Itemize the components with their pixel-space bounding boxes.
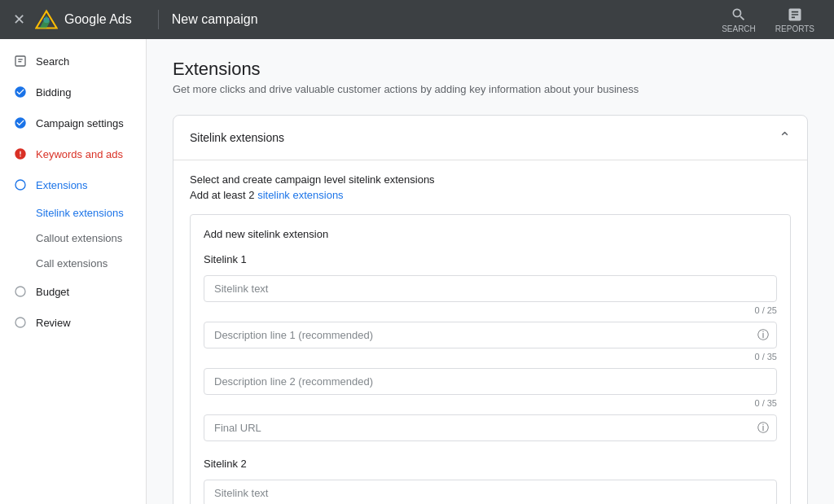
sidebar-item-review[interactable]: Review (0, 307, 146, 338)
bidding-check-icon (13, 85, 28, 99)
sitelink-extensions-link[interactable]: sitelink extensions (257, 189, 344, 201)
sidebar-label-budget: Budget (36, 286, 69, 298)
sitelink-card-title: Sitelink extensions (190, 131, 284, 144)
sidebar-label-keywords: Keywords and ads (36, 148, 123, 160)
reports-nav-button[interactable]: REPORTS (769, 3, 821, 37)
campaign-title: New campaign (172, 12, 258, 27)
sitelink-2-label: Sitelink 2 (204, 458, 777, 470)
sidebar-item-extensions[interactable]: Extensions (0, 169, 146, 200)
page-subtitle: Get more clicks and drive valuable custo… (173, 83, 808, 95)
sidebar-item-campaign-settings[interactable]: Campaign settings (0, 107, 146, 138)
sitelink1-desc2-count: 0 / 35 (204, 398, 777, 408)
sitelink1-desc2-field (204, 368, 777, 395)
sitelink1-url-input[interactable] (204, 414, 777, 441)
sitelink-2-section: Sitelink 2 0 / 25 ⓘ 0 / 35 (204, 458, 777, 504)
sidebar-item-bidding[interactable]: Bidding (0, 77, 146, 107)
sidebar-label-review: Review (36, 317, 71, 329)
sitelink-card: Sitelink extensions ⌃ Select and create … (173, 115, 808, 504)
instruction-2: Add at least 2 sitelink extensions (190, 189, 791, 201)
collapse-button[interactable]: ⌃ (779, 129, 791, 147)
sitelink-card-body: Select and create campaign level sitelin… (173, 160, 807, 504)
sitelink1-text-input[interactable] (204, 275, 777, 302)
extension-box: Add new sitelink extension Sitelink 1 0 … (190, 214, 791, 504)
sitelink1-desc1-count: 0 / 35 (204, 352, 777, 362)
top-navigation: ✕ Google Ads New campaign SEARCH REPORTS (0, 0, 834, 39)
callout-extensions-label: Callout extensions (36, 232, 122, 244)
sitelink1-url-field: ⓘ (204, 414, 777, 441)
sidebar-sub-callout[interactable]: Callout extensions (36, 226, 146, 251)
content-area: Extensions Get more clicks and drive val… (147, 39, 834, 504)
sitelink1-desc2-input[interactable] (204, 368, 777, 395)
close-button[interactable]: ✕ (13, 11, 25, 28)
sidebar: Search Bidding Campaign settings Keyword… (0, 39, 147, 504)
sitelink2-text-field (204, 480, 777, 504)
budget-circle-icon (13, 284, 28, 299)
instruction-1: Select and create campaign level sitelin… (190, 173, 791, 186)
nav-divider (158, 10, 159, 29)
sidebar-sub-call[interactable]: Call extensions (36, 251, 146, 276)
google-ads-icon (35, 8, 58, 31)
sitelink-card-header: Sitelink extensions ⌃ (173, 116, 807, 160)
sitelink1-desc1-field: ⓘ (204, 322, 777, 348)
main-layout: Search Bidding Campaign settings Keyword… (0, 39, 834, 504)
sidebar-label-search: Search (36, 55, 69, 68)
campaign-settings-check-icon (13, 116, 28, 130)
url-info-icon[interactable]: ⓘ (757, 421, 769, 436)
sitelink-1-section: Sitelink 1 0 / 25 ⓘ 0 / 35 (204, 253, 777, 441)
desc1-info-icon[interactable]: ⓘ (757, 328, 769, 343)
sidebar-item-budget[interactable]: Budget (0, 276, 146, 307)
app-logo: Google Ads (35, 8, 132, 31)
nav-icons: SEARCH REPORTS (715, 3, 821, 37)
review-circle-icon (13, 315, 28, 330)
sitelink1-text-field (204, 275, 777, 302)
search-nav-button[interactable]: SEARCH (715, 3, 762, 37)
svg-marker-2 (40, 15, 50, 28)
svg-point-6 (15, 180, 25, 190)
sitelink-1-label: Sitelink 1 (204, 253, 777, 265)
extensions-circle-icon (13, 177, 28, 192)
search-sidebar-icon (13, 54, 28, 68)
sidebar-sub-menu: Sitelink extensions Callout extensions C… (0, 200, 146, 276)
add-new-label: Add new sitelink extension (204, 228, 777, 240)
sidebar-label-campaign-settings: Campaign settings (36, 117, 124, 129)
sitelink-extensions-label: Sitelink extensions (36, 207, 124, 219)
call-extensions-label: Call extensions (36, 257, 108, 270)
keywords-error-icon (13, 147, 28, 161)
svg-point-8 (15, 318, 25, 327)
sitelink2-text-input[interactable] (204, 480, 777, 504)
sidebar-sub-sitelink[interactable]: Sitelink extensions (36, 200, 146, 226)
svg-point-7 (15, 287, 25, 296)
page-title: Extensions (173, 59, 808, 80)
sidebar-label-extensions: Extensions (36, 179, 88, 191)
search-nav-label: SEARCH (722, 24, 756, 33)
sidebar-label-bidding: Bidding (36, 86, 71, 99)
sitelink1-text-count: 0 / 25 (204, 305, 777, 315)
sidebar-item-keywords-and-ads[interactable]: Keywords and ads (0, 138, 146, 169)
sitelink1-desc1-input[interactable] (204, 322, 777, 348)
reports-nav-label: REPORTS (775, 24, 814, 33)
app-name: Google Ads (64, 12, 132, 27)
sidebar-item-search[interactable]: Search (0, 46, 146, 77)
